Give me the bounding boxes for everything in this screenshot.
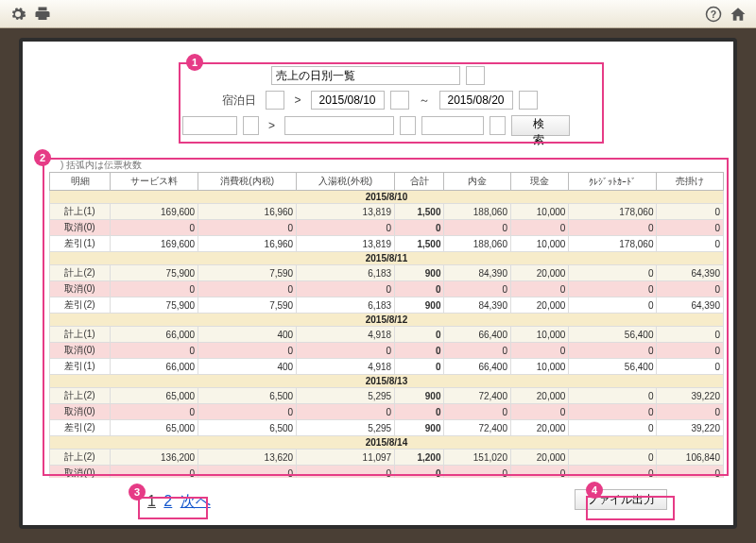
filter-input-1[interactable] xyxy=(182,116,237,135)
note-text: ) 括弧内は伝票枚数 xyxy=(23,159,733,172)
filter-picker-3[interactable] xyxy=(490,116,506,135)
home-icon[interactable] xyxy=(730,6,747,23)
date-from-cal-button[interactable] xyxy=(390,91,409,110)
cell: 0 xyxy=(395,281,444,297)
cell: 169,600 xyxy=(111,204,198,220)
search-button[interactable]: 検 索 xyxy=(511,115,570,136)
cell: 188,060 xyxy=(444,204,510,220)
cell: 20,000 xyxy=(510,420,568,436)
print-icon[interactable] xyxy=(34,6,51,23)
cell: 0 xyxy=(569,281,657,297)
row-label: 計上(1) xyxy=(50,327,111,343)
help-icon[interactable]: ? xyxy=(705,6,722,23)
cell: 0 xyxy=(198,404,297,420)
annotation-marker-1: 1 xyxy=(186,54,203,71)
cell: 0 xyxy=(198,281,297,297)
table-row: 取消(0)00000000 xyxy=(50,466,724,479)
cell: 0 xyxy=(510,404,568,420)
row-label: 取消(0) xyxy=(50,220,111,236)
cell: 10,000 xyxy=(510,204,568,220)
cell: 39,220 xyxy=(657,388,724,404)
cell: 75,900 xyxy=(111,265,198,281)
title-picker-button[interactable] xyxy=(466,66,485,85)
table-row: 計上(1)169,60016,96013,8191,500188,06010,0… xyxy=(50,204,724,220)
table-row: 取消(0)00000000 xyxy=(50,281,724,297)
cell: 1,200 xyxy=(395,450,444,466)
cell: 0 xyxy=(111,220,198,236)
row-label: 取消(0) xyxy=(50,281,111,297)
cell: 0 xyxy=(657,327,724,343)
cell: 72,400 xyxy=(444,388,510,404)
cell: 10,000 xyxy=(510,327,568,343)
cell: 0 xyxy=(395,220,444,236)
cell: 6,500 xyxy=(198,420,297,436)
cell: 56,400 xyxy=(569,327,657,343)
date-from-picker[interactable] xyxy=(266,91,284,110)
cell: 84,390 xyxy=(444,265,510,281)
col-header: 明細 xyxy=(50,173,111,191)
cell: 0 xyxy=(657,204,724,220)
cell: 1,500 xyxy=(395,204,444,220)
filter-picker-1[interactable] xyxy=(243,116,259,135)
table-row: 取消(0)00000000 xyxy=(50,220,724,236)
cell: 0 xyxy=(569,388,657,404)
cell: 0 xyxy=(569,466,657,479)
cell: 0 xyxy=(111,281,198,297)
cell: 0 xyxy=(111,404,198,420)
date-header-cell: 2015/8/13 xyxy=(50,375,724,388)
col-header: 売掛け xyxy=(657,173,724,191)
cell: 0 xyxy=(297,220,395,236)
cell: 0 xyxy=(111,466,198,479)
cell: 20,000 xyxy=(510,297,568,314)
cell: 13,819 xyxy=(297,236,395,252)
cell: 0 xyxy=(444,281,510,297)
filter-input-2[interactable] xyxy=(284,116,394,135)
cell: 0 xyxy=(657,220,724,236)
filter-picker-2[interactable] xyxy=(400,116,416,135)
date-from-input[interactable] xyxy=(311,91,385,110)
table-row: 差引(1)66,0004004,918066,40010,00056,4000 xyxy=(50,359,724,375)
search-area: 宿泊日 > ～ > 検 索 xyxy=(175,59,581,149)
cell: 66,000 xyxy=(111,359,198,375)
cell: 16,960 xyxy=(198,236,297,252)
cell: 6,183 xyxy=(297,297,395,314)
cell: 0 xyxy=(569,220,657,236)
cell: 0 xyxy=(510,466,568,479)
row-label: 取消(0) xyxy=(50,404,111,420)
row-label: 取消(0) xyxy=(50,466,111,479)
cell: 6,500 xyxy=(198,388,297,404)
table-row: 差引(1)169,60016,96013,8191,500188,06010,0… xyxy=(50,236,724,252)
cell: 0 xyxy=(569,343,657,359)
date-to-input[interactable] xyxy=(439,91,513,110)
pager-current: 1 xyxy=(147,493,156,509)
cell: 0 xyxy=(395,359,444,375)
pager: 1 2 次へ xyxy=(142,490,216,514)
table-row: 取消(0)00000000 xyxy=(50,343,724,359)
col-header: 入湯税(外税) xyxy=(297,173,395,191)
date-to-cal-button[interactable] xyxy=(519,91,538,110)
cell: 0 xyxy=(569,265,657,281)
pager-next[interactable]: 次へ xyxy=(180,493,211,509)
cell: 0 xyxy=(395,343,444,359)
pager-page-2[interactable]: 2 xyxy=(163,493,172,509)
main-panel: 1 宿泊日 > ～ > 検 索 2 ) 括弧内は伝票 xyxy=(19,38,737,529)
report-title-input[interactable] xyxy=(271,66,460,85)
cell: 0 xyxy=(395,466,444,479)
cell: 0 xyxy=(444,220,510,236)
gt-2: > xyxy=(265,119,279,132)
cell: 13,819 xyxy=(297,204,395,220)
row-label: 計上(2) xyxy=(50,450,111,466)
row-label: 差引(1) xyxy=(50,359,111,375)
cell: 188,060 xyxy=(444,236,510,252)
table-row: 差引(2)65,0006,5005,29590072,40020,000039,… xyxy=(50,420,724,436)
cell: 0 xyxy=(297,281,395,297)
topbar: ? xyxy=(0,0,756,28)
cell: 20,000 xyxy=(510,388,568,404)
annotation-marker-4: 4 xyxy=(586,482,603,499)
tilde: ～ xyxy=(415,93,434,109)
cell: 106,840 xyxy=(657,450,724,466)
cell: 7,590 xyxy=(198,297,297,314)
col-header: 内金 xyxy=(444,173,510,191)
filter-input-3[interactable] xyxy=(421,116,484,135)
gear-icon[interactable] xyxy=(9,6,26,23)
